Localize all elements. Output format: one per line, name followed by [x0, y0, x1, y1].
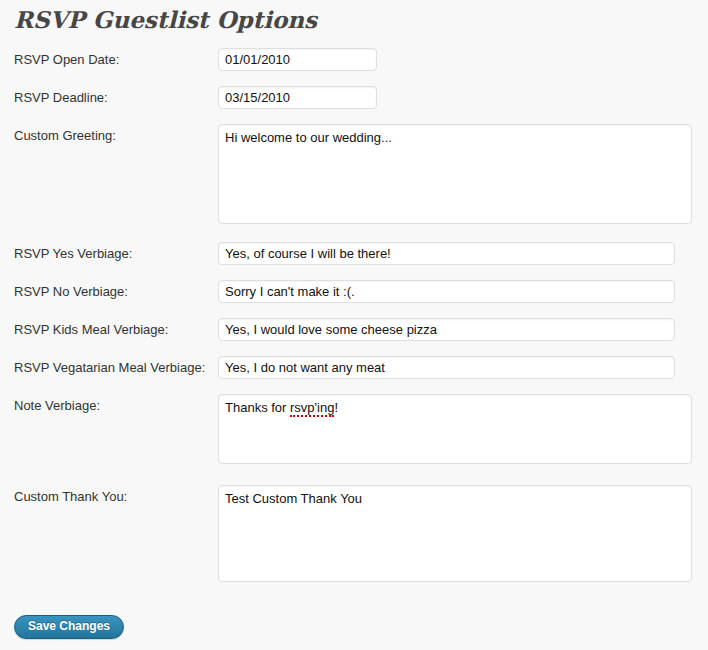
form-row-rsvp-yes-verbiage: RSVP Yes Verbiage:: [14, 242, 694, 265]
custom-greeting-label: Custom Greeting:: [14, 124, 218, 147]
rsvp-kids-meal-verbiage-input[interactable]: [218, 318, 675, 341]
note-verbiage-textarea[interactable]: Thanks for rsvp'ing!: [218, 394, 692, 464]
form-row-custom-thank-you: Custom Thank You: Test Custom Thank You: [14, 485, 694, 582]
rsvp-kids-meal-verbiage-label: RSVP Kids Meal Verbiage:: [14, 318, 218, 341]
form-row-rsvp-deadline: RSVP Deadline:: [14, 86, 694, 109]
form-row-rsvp-vegetarian-meal-verbiage: RSVP Vegatarian Meal Verbiage:: [14, 356, 694, 379]
rsvp-open-date-label: RSVP Open Date:: [14, 48, 218, 71]
note-verbiage-text-after: !: [334, 400, 338, 415]
note-verbiage-misspelled-word: rsvp'ing: [290, 400, 334, 417]
rsvp-deadline-input[interactable]: [218, 86, 377, 109]
rsvp-open-date-input[interactable]: [218, 48, 377, 71]
note-verbiage-text-before: Thanks for: [225, 400, 290, 415]
form-row-rsvp-kids-meal-verbiage: RSVP Kids Meal Verbiage:: [14, 318, 694, 341]
page-title: RSVP Guestlist Options: [14, 5, 694, 35]
save-changes-button[interactable]: Save Changes: [14, 615, 124, 639]
rsvp-yes-verbiage-label: RSVP Yes Verbiage:: [14, 242, 218, 265]
note-verbiage-label: Note Verbiage:: [14, 394, 218, 417]
rsvp-yes-verbiage-input[interactable]: [218, 242, 675, 265]
custom-thank-you-textarea[interactable]: Test Custom Thank You: [218, 485, 692, 582]
form-row-rsvp-no-verbiage: RSVP No Verbiage:: [14, 280, 694, 303]
form-row-note-verbiage: Note Verbiage: Thanks for rsvp'ing!: [14, 394, 694, 464]
submit-row: Save Changes: [14, 615, 694, 639]
form-row-rsvp-open-date: RSVP Open Date:: [14, 48, 694, 71]
rsvp-deadline-label: RSVP Deadline:: [14, 86, 218, 109]
custom-greeting-textarea[interactable]: Hi welcome to our wedding...: [218, 124, 692, 224]
form-row-custom-greeting: Custom Greeting: Hi welcome to our weddi…: [14, 124, 694, 224]
rsvp-guestlist-options-page: RSVP Guestlist Options RSVP Open Date: R…: [0, 0, 708, 639]
rsvp-no-verbiage-label: RSVP No Verbiage:: [14, 280, 218, 303]
rsvp-no-verbiage-input[interactable]: [218, 280, 675, 303]
rsvp-vegetarian-meal-verbiage-input[interactable]: [218, 356, 675, 379]
custom-thank-you-label: Custom Thank You:: [14, 485, 218, 508]
rsvp-vegetarian-meal-verbiage-label: RSVP Vegatarian Meal Verbiage:: [14, 356, 218, 379]
